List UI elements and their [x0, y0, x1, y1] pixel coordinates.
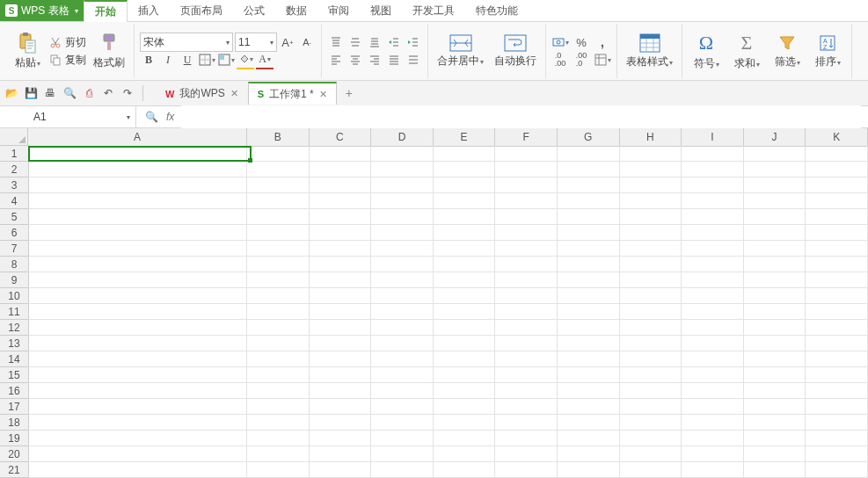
cell[interactable]	[620, 257, 682, 272]
cell[interactable]	[247, 320, 310, 336]
cell[interactable]	[310, 209, 372, 225]
cell[interactable]	[310, 336, 372, 351]
row-header[interactable]: 17	[0, 399, 28, 415]
cell[interactable]	[495, 462, 558, 478]
align-center-button[interactable]	[346, 51, 364, 69]
cell[interactable]	[247, 351, 310, 367]
cell[interactable]	[434, 162, 496, 177]
cell[interactable]	[434, 288, 496, 304]
cell[interactable]	[682, 146, 744, 162]
cell[interactable]	[744, 162, 806, 177]
cell[interactable]	[620, 162, 682, 177]
cell[interactable]	[247, 162, 310, 177]
column-header[interactable]: F	[495, 128, 558, 146]
cell[interactable]	[806, 383, 868, 399]
cell[interactable]	[434, 146, 496, 162]
cell[interactable]	[434, 383, 496, 399]
cell[interactable]	[558, 320, 620, 336]
formula-input[interactable]	[181, 105, 861, 128]
cell[interactable]	[682, 320, 744, 336]
row-header[interactable]: 18	[0, 415, 28, 431]
cell[interactable]	[682, 177, 744, 193]
row-header[interactable]: 21	[0, 462, 28, 478]
cell[interactable]	[495, 162, 558, 177]
cell[interactable]	[247, 431, 310, 446]
paste-button[interactable]: 粘贴▾	[9, 33, 46, 70]
cell[interactable]	[620, 177, 682, 193]
cell[interactable]	[806, 415, 868, 431]
cell[interactable]	[310, 383, 372, 399]
doc-tab[interactable]: S工作簿1 *✕	[248, 82, 337, 105]
font-size-select[interactable]: 11▾	[235, 33, 277, 52]
cell[interactable]	[28, 383, 247, 399]
cell[interactable]	[28, 241, 247, 257]
cell[interactable]	[371, 272, 434, 288]
column-header[interactable]: H	[620, 128, 682, 146]
sum-button[interactable]: Σ 求和▾	[728, 32, 765, 71]
column-header[interactable]: A	[28, 128, 247, 146]
cell[interactable]	[495, 431, 558, 446]
cell[interactable]	[434, 225, 496, 241]
cell[interactable]	[247, 336, 310, 351]
row-header[interactable]: 1	[0, 146, 28, 162]
cell[interactable]	[28, 431, 247, 446]
cell[interactable]	[620, 225, 682, 241]
menu-tab-数据[interactable]: 数据	[275, 0, 317, 21]
row-header[interactable]: 16	[0, 383, 28, 399]
cell[interactable]	[744, 241, 806, 257]
cell[interactable]	[28, 146, 247, 162]
redo-icon[interactable]: ↷	[120, 85, 135, 101]
column-header[interactable]: J	[744, 128, 806, 146]
export-pdf-icon[interactable]: ⎙	[81, 85, 97, 101]
cell[interactable]	[744, 367, 806, 383]
column-header[interactable]: E	[434, 128, 496, 146]
cell[interactable]	[247, 209, 310, 225]
italic-button[interactable]: I	[159, 51, 177, 69]
cell[interactable]	[434, 446, 496, 462]
cell[interactable]	[620, 241, 682, 257]
menu-tab-特色功能[interactable]: 特色功能	[465, 0, 529, 21]
cell[interactable]	[247, 193, 310, 209]
fx-icon[interactable]: fx	[166, 111, 174, 123]
cell[interactable]	[434, 304, 496, 320]
cell[interactable]	[744, 383, 806, 399]
cell[interactable]	[310, 431, 372, 446]
cell[interactable]	[310, 146, 372, 162]
cell[interactable]	[744, 257, 806, 272]
cell[interactable]	[806, 272, 868, 288]
column-header[interactable]: C	[310, 128, 372, 146]
cell[interactable]	[371, 415, 434, 431]
cell[interactable]	[434, 177, 496, 193]
filter-button[interactable]: 筛选▾	[769, 33, 806, 69]
cell[interactable]	[247, 446, 310, 462]
cell[interactable]	[744, 320, 806, 336]
cell[interactable]	[310, 257, 372, 272]
print-preview-icon[interactable]: 🔍	[62, 85, 77, 101]
cell[interactable]	[682, 272, 744, 288]
sort-button[interactable]: AZ 排序▾	[809, 33, 846, 69]
cell[interactable]	[495, 288, 558, 304]
cell[interactable]	[310, 162, 372, 177]
cell[interactable]	[434, 241, 496, 257]
cell[interactable]	[371, 367, 434, 383]
justify-button[interactable]	[385, 51, 403, 69]
cell[interactable]	[558, 209, 620, 225]
column-header[interactable]: I	[682, 128, 744, 146]
cell[interactable]	[558, 415, 620, 431]
row-header[interactable]: 14	[0, 351, 28, 367]
cell[interactable]	[371, 446, 434, 462]
cell[interactable]	[744, 272, 806, 288]
cell[interactable]	[247, 288, 310, 304]
cell[interactable]	[558, 383, 620, 399]
cell[interactable]	[682, 225, 744, 241]
cell[interactable]	[310, 399, 372, 415]
cell[interactable]	[371, 162, 434, 177]
cell[interactable]	[28, 257, 247, 272]
cell[interactable]	[558, 272, 620, 288]
cell[interactable]	[28, 320, 247, 336]
menu-tab-插入[interactable]: 插入	[128, 0, 170, 21]
cell[interactable]	[28, 288, 247, 304]
cell[interactable]	[620, 288, 682, 304]
font-name-select[interactable]: 宋体▾	[140, 33, 233, 52]
cell[interactable]	[744, 399, 806, 415]
